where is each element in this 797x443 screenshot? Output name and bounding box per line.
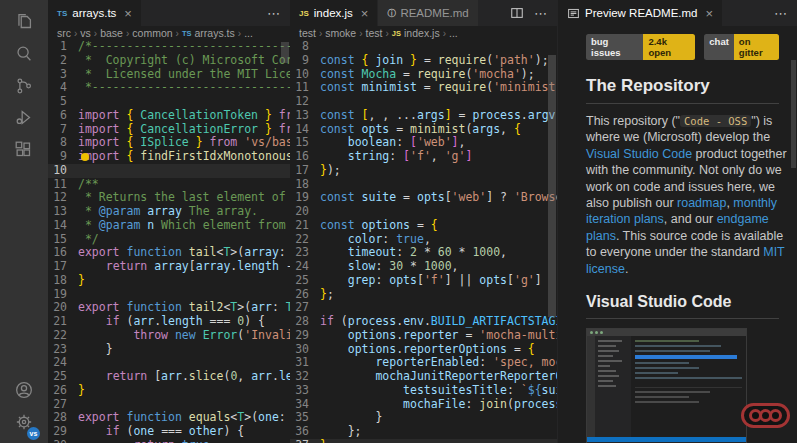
close-icon[interactable]: × — [361, 7, 369, 20]
code-line[interactable]: 17}); — [290, 164, 557, 178]
code-line[interactable]: 20 — [290, 205, 557, 219]
code-line[interactable]: 22 throw new Error('Invalid tail call'); — [48, 329, 290, 343]
code-line[interactable]: 11const minimist = require('minimist'); — [290, 81, 557, 95]
code-line[interactable]: 30 options.reporterOptions = { — [290, 343, 557, 357]
breadcrumb-item[interactable]: base — [100, 27, 123, 39]
tab-arrays-ts[interactable]: TS arrays.ts × — [48, 0, 142, 26]
code-line[interactable]: 13const [, , ...args] = process.argv; — [290, 109, 557, 123]
explorer-icon[interactable] — [0, 6, 48, 38]
code-line[interactable]: 28if (process.env.BUILD_ARTIFACTSTAGINGD… — [290, 315, 557, 329]
code-line[interactable]: 31 reporterEnabled: 'spec, mocha-junit-r… — [290, 356, 557, 370]
tab-readme-md[interactable]: ⓘ README.md — [378, 0, 478, 26]
code-line[interactable]: 37} — [290, 439, 557, 443]
code-line[interactable]: 4 *-------------------------------------… — [48, 81, 290, 95]
source-control-icon[interactable] — [0, 70, 48, 102]
close-icon[interactable]: × — [124, 7, 132, 20]
code-line[interactable]: 16 string: ['f', 'g'] — [290, 150, 557, 164]
breadcrumb-item[interactable]: vs — [80, 27, 91, 39]
code-line[interactable]: 10 — [48, 164, 290, 178]
breadcrumb-item[interactable]: TSarrays.ts — [182, 27, 235, 39]
code-line[interactable]: 6import { CancellationToken } from 'vs/b… — [48, 109, 290, 123]
code-line[interactable]: 27 — [48, 398, 290, 412]
markdown-link[interactable]: Visual Studio Code — [586, 147, 692, 161]
code-line[interactable]: 16export function tail<T>(array: ArrayLi… — [48, 246, 290, 260]
code-line[interactable]: 14 * @param n Which element from the end… — [48, 219, 290, 233]
code-line[interactable]: 33 testsuitesTitle: `${suite} Smoke Test… — [290, 384, 557, 398]
code-line[interactable]: 34 mochaFile: join(process.env.BUILD_ART… — [290, 398, 557, 412]
breadcrumb-item[interactable]: JSindex.js — [392, 27, 440, 39]
more-actions-icon[interactable]: ⋯ — [774, 6, 788, 21]
code-editor-index[interactable]: 89const { join } = require('path');10con… — [290, 40, 557, 443]
code-line[interactable]: 19const suite = opts['web'] ? 'Browser S… — [290, 191, 557, 205]
breadcrumb-item[interactable]: ... — [244, 27, 253, 39]
manage-gear-icon[interactable]: vs — [0, 406, 48, 438]
markdown-link[interactable]: roadmap — [677, 196, 726, 210]
shield-badge[interactable]: chaton gitter — [704, 34, 779, 60]
code-line[interactable]: 3 * Licensed under the MIT License. See … — [48, 68, 290, 82]
code-line[interactable]: 22 color: true, — [290, 233, 557, 247]
code-line[interactable]: 26}; — [290, 288, 557, 302]
code-line[interactable]: 32 mochaJunitReporterReporterOptions: { — [290, 370, 557, 384]
code-line[interactable]: 8import { ISplice } from 'vs/base/common… — [48, 136, 290, 150]
code-line[interactable]: 7import { CancellationError } from 'vs/b… — [48, 123, 290, 137]
tab-preview-readme[interactable]: Preview README.md × — [558, 0, 723, 26]
code-line[interactable]: 9const { join } = require('path'); — [290, 54, 557, 68]
code-line[interactable]: 29 options.reporter = 'mocha-multi-repor… — [290, 329, 557, 343]
code-line[interactable]: 15 boolean: ['web'], — [290, 136, 557, 150]
code-line[interactable]: 24 slow: 30 * 1000, — [290, 260, 557, 274]
code-line[interactable]: 5 — [48, 95, 290, 109]
split-editor-icon[interactable] — [510, 6, 524, 20]
code-line[interactable]: 25 grep: opts['f'] || opts['g'] — [290, 274, 557, 288]
code-line[interactable]: 23 } — [48, 343, 290, 357]
code-line[interactable]: 30 return true; — [48, 439, 290, 443]
breadcrumb-item[interactable]: test — [366, 27, 383, 39]
code-line[interactable]: 9import { findFirstIdxMonotonousOrArrLen… — [48, 150, 290, 164]
code-line[interactable]: 21 if (arr.length === 0) { — [48, 315, 290, 329]
scrollbar-pane1[interactable] — [280, 40, 290, 443]
code-line[interactable]: 21const options = { — [290, 219, 557, 233]
line-number: 12 — [290, 95, 320, 109]
breadcrumb-item[interactable]: common — [132, 27, 172, 39]
tab-index-js[interactable]: JS index.js × — [290, 0, 378, 26]
code-line[interactable]: 27 — [290, 301, 557, 315]
code-line[interactable]: 26} — [48, 384, 290, 398]
code-line[interactable]: 29 if (one === other) { — [48, 425, 290, 439]
more-actions-icon[interactable]: ⋯ — [267, 6, 281, 21]
breadcrumb-item[interactable]: test — [299, 27, 316, 39]
code-line[interactable]: 36 }; — [290, 425, 557, 439]
code-line[interactable]: 17 return array[array.length - (1 + n)]; — [48, 260, 290, 274]
code-line[interactable]: 23 timeout: 2 * 60 * 1000, — [290, 246, 557, 260]
search-icon[interactable] — [0, 38, 48, 70]
run-debug-icon[interactable] — [0, 102, 48, 134]
code-line[interactable]: 1/*-------------------------------------… — [48, 40, 290, 54]
extensions-icon[interactable] — [0, 134, 48, 166]
code-line[interactable]: 35 } — [290, 411, 557, 425]
code-line[interactable]: 2 * Copyright (c) Microsoft Corporation.… — [48, 54, 290, 68]
code-line[interactable]: 12 — [290, 95, 557, 109]
code-line[interactable]: 13 * @param array The array. — [48, 205, 290, 219]
code-line[interactable]: 24 — [48, 356, 290, 370]
more-actions-icon[interactable]: ⋯ — [534, 6, 548, 21]
scrollbar-preview[interactable] — [791, 60, 796, 168]
code-line[interactable]: 8 — [290, 40, 557, 54]
code-editor-arrays[interactable]: 1/*-------------------------------------… — [48, 40, 290, 443]
code-line[interactable]: 28export function equals<T>(one: Readonl… — [48, 411, 290, 425]
shield-badge[interactable]: bug issues2.4k open — [586, 34, 695, 60]
code-line[interactable]: 18} — [48, 274, 290, 288]
code-line[interactable]: 19 — [48, 288, 290, 302]
breadcrumb-item[interactable]: src — [57, 27, 71, 39]
code-line[interactable]: 25 return [arr.slice(0, arr.length - 1),… — [48, 370, 290, 384]
code-line[interactable]: 10const Mocha = require('mocha'); — [290, 68, 557, 82]
breadcrumb-label: vs — [80, 27, 91, 39]
close-icon[interactable]: × — [705, 7, 713, 20]
code-line[interactable]: 15 */ — [48, 233, 290, 247]
scrollbar-pane2[interactable] — [547, 40, 557, 443]
code-line[interactable]: 11/** — [48, 178, 290, 192]
accounts-icon[interactable] — [0, 374, 48, 406]
code-line[interactable]: 20export function tail2<T>(arr: T[]): [T… — [48, 301, 290, 315]
code-line[interactable]: 14const opts = minimist(args, { — [290, 123, 557, 137]
breadcrumb-item[interactable]: ... — [449, 27, 458, 39]
code-line[interactable]: 12 * Returns the last element of an arra… — [48, 191, 290, 205]
code-line[interactable]: 18 — [290, 178, 557, 192]
breadcrumb-item[interactable]: smoke — [325, 27, 356, 39]
